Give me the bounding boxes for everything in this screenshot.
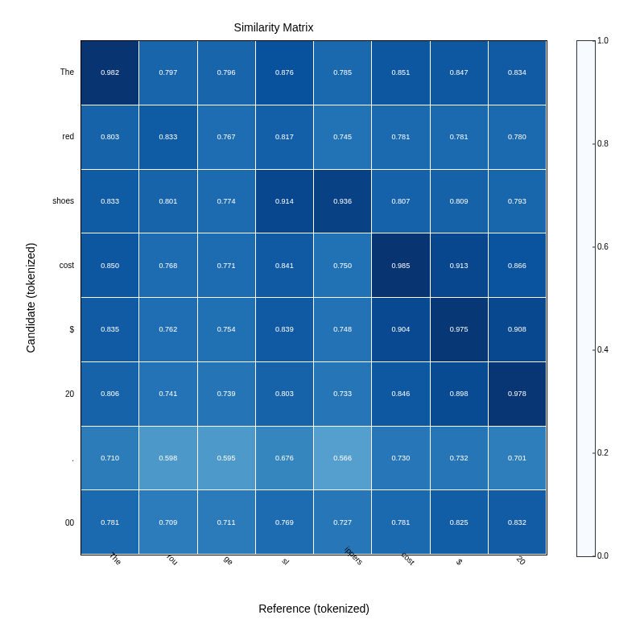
heatmap-cell: 0.817 (256, 105, 314, 170)
heatmap-cell: 0.701 (489, 427, 547, 491)
y-tick: shoes (0, 196, 74, 205)
y-tick: The (0, 68, 74, 76)
y-tick: 20 (0, 390, 74, 398)
heatmap-cell: 0.676 (256, 427, 314, 491)
heatmap-cell: 0.834 (489, 41, 547, 105)
heatmap-cell: 0.876 (256, 41, 314, 105)
y-tick: $ (0, 325, 74, 334)
heatmap-cell: 0.904 (372, 298, 430, 362)
heatmap-cell: 0.727 (314, 490, 372, 555)
colorbar-tick: 0.6 (597, 242, 609, 251)
heatmap-cell: 0.767 (198, 105, 256, 170)
heatmap-cell: 0.975 (431, 298, 489, 362)
heatmap-cell: 0.595 (198, 427, 256, 491)
y-tick: red (0, 132, 74, 141)
heatmap-cell: 0.748 (314, 298, 372, 362)
heatmap-cell: 0.908 (489, 298, 547, 362)
heatmap-cell: 0.750 (314, 233, 372, 298)
heatmap-cell: 0.985 (372, 233, 430, 298)
heatmap-cell: 0.866 (489, 233, 547, 298)
heatmap-cell: 0.781 (431, 105, 489, 170)
colorbar-tick: 0.0 (597, 551, 609, 560)
heatmap-cell: 0.801 (139, 170, 197, 234)
heatmap-cell: 0.774 (198, 170, 256, 234)
colorbar (576, 40, 596, 557)
heatmap-cell: 0.833 (139, 105, 197, 170)
heatmap-cell: 0.566 (314, 427, 372, 491)
heatmap-cell: 0.781 (372, 490, 430, 555)
x-tick: $ (455, 557, 464, 567)
heatmap-cell: 0.769 (256, 490, 314, 555)
heatmap-cell: 0.803 (81, 105, 139, 170)
heatmap-cell: 0.913 (431, 233, 489, 298)
heatmap-cell: 0.771 (198, 233, 256, 298)
heatmap-cell: 0.768 (139, 233, 197, 298)
y-tick: 00 (0, 518, 74, 527)
heatmap-cell: 0.898 (431, 362, 489, 427)
y-tick-labels: Theredshoescost$20.00 (0, 40, 77, 555)
heatmap-cell: 0.781 (372, 105, 430, 170)
colorbar-tick: 0.4 (597, 345, 609, 354)
heatmap-cell: 0.741 (139, 362, 197, 427)
heatmap-cell: 0.936 (314, 170, 372, 234)
heatmap-cell: 0.835 (81, 298, 139, 362)
colorbar-tick: 0.2 (597, 448, 609, 457)
heatmap-cell: 0.796 (198, 41, 256, 105)
heatmap-cell: 0.846 (372, 362, 430, 427)
colorbar-ticks: 0.00.20.40.60.81.0 (597, 40, 620, 555)
heatmap-cell: 0.762 (139, 298, 197, 362)
heatmap-cell: 0.797 (139, 41, 197, 105)
y-tick: . (0, 454, 74, 463)
y-tick: cost (0, 261, 74, 270)
x-tick: sl (280, 556, 291, 567)
x-tick-labels: Therougeslipperscost$20 (80, 555, 547, 604)
heatmap-cell: 0.833 (81, 170, 139, 234)
heatmap-cell: 0.732 (431, 427, 489, 491)
heatmap-cell: 0.850 (81, 233, 139, 298)
heatmap-cell: 0.785 (314, 41, 372, 105)
heatmap-cell: 0.754 (198, 298, 256, 362)
heatmap-cell: 0.807 (372, 170, 430, 234)
heatmap-cell: 0.851 (372, 41, 430, 105)
heatmap-plot-area: 0.9820.7970.7960.8760.7850.8510.8470.834… (80, 40, 547, 555)
heatmap-grid: 0.9820.7970.7960.8760.7850.8510.8470.834… (81, 41, 547, 555)
heatmap-cell: 0.598 (139, 427, 197, 491)
heatmap-cell: 0.914 (256, 170, 314, 234)
colorbar-tick: 0.8 (597, 139, 609, 148)
figure: Similarity Matrix Candidate (tokenized) … (0, 0, 644, 644)
colorbar-tick: 1.0 (597, 36, 609, 45)
heatmap-cell: 0.780 (489, 105, 547, 170)
heatmap-cell: 0.739 (198, 362, 256, 427)
heatmap-cell: 0.847 (431, 41, 489, 105)
heatmap-cell: 0.710 (81, 427, 139, 491)
heatmap-cell: 0.825 (431, 490, 489, 555)
x-tick: 20 (514, 554, 527, 567)
heatmap-cell: 0.809 (431, 170, 489, 234)
heatmap-cell: 0.832 (489, 490, 547, 555)
heatmap-cell: 0.982 (81, 41, 139, 105)
heatmap-cell: 0.793 (489, 170, 547, 234)
heatmap-cell: 0.711 (198, 490, 256, 555)
heatmap-cell: 0.733 (314, 362, 372, 427)
heatmap-cell: 0.781 (81, 490, 139, 555)
heatmap-cell: 0.730 (372, 427, 430, 491)
chart-title: Similarity Matrix (0, 21, 547, 34)
heatmap-cell: 0.803 (256, 362, 314, 427)
heatmap-cell: 0.839 (256, 298, 314, 362)
heatmap-cell: 0.709 (139, 490, 197, 555)
heatmap-cell: 0.978 (489, 362, 547, 427)
heatmap-cell: 0.745 (314, 105, 372, 170)
heatmap-cell: 0.841 (256, 233, 314, 298)
x-axis-label: Reference (tokenized) (80, 602, 547, 615)
x-tick: ge (223, 554, 236, 567)
heatmap-cell: 0.806 (81, 362, 139, 427)
